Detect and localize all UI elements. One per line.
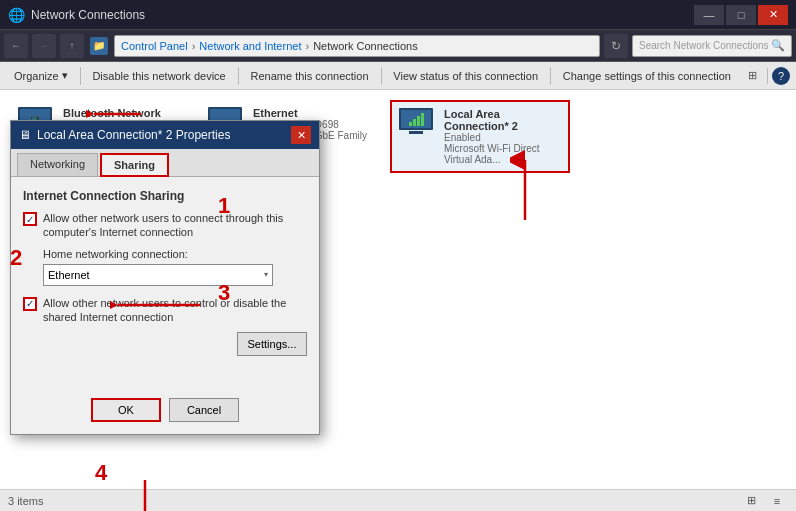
toolbar: Organize ▾ Disable this network device R…	[0, 62, 796, 90]
main-content: 📺 ✕ Bluetooth Network Connection Not con…	[0, 90, 796, 489]
status-view-btn-2[interactable]: ≡	[766, 490, 788, 512]
toolbar-separator	[80, 67, 81, 85]
local-stand	[409, 131, 423, 134]
toolbar-separator-4	[550, 67, 551, 85]
location-icon: 📁	[90, 37, 108, 55]
ok-button[interactable]: OK	[91, 398, 161, 422]
app-icon: 🌐	[8, 7, 25, 23]
search-box[interactable]: Search Network Connections 🔍	[632, 35, 792, 57]
back-button[interactable]: ←	[4, 34, 28, 58]
view-status-button[interactable]: View status of this connection	[385, 65, 546, 87]
forward-button[interactable]: →	[32, 34, 56, 58]
dialog-tabs: Networking Sharing	[11, 149, 319, 177]
refresh-area: ↻	[604, 34, 628, 58]
home-network-value: Ethernet	[48, 269, 90, 281]
local-area-name: Local Area Connection* 2	[444, 108, 562, 132]
ethernet-name: Ethernet	[253, 107, 373, 119]
maximize-button[interactable]: □	[726, 5, 756, 25]
breadcrumb-network-connections[interactable]: Network Connections	[313, 40, 418, 52]
search-placeholder: Search Network Connections	[639, 40, 769, 51]
tab-sharing[interactable]: Sharing	[100, 153, 169, 177]
dialog-bottom: OK Cancel	[11, 368, 319, 434]
home-network-label: Home networking connection:	[43, 248, 307, 260]
allow-sharing-checkbox[interactable]	[23, 212, 37, 226]
address-bar: ← → ↑ 📁 Control Panel › Network and Inte…	[0, 30, 796, 62]
checkbox-row-1: Allow other network users to connect thr…	[23, 211, 307, 240]
minimize-button[interactable]: —	[694, 5, 724, 25]
breadcrumb-sep2: ›	[305, 40, 309, 52]
properties-dialog: 🖥 Local Area Connection* 2 Properties ✕ …	[10, 120, 320, 435]
organize-button[interactable]: Organize ▾	[6, 65, 76, 87]
allow-control-checkbox[interactable]	[23, 297, 37, 311]
tab-networking[interactable]: Networking	[17, 153, 98, 176]
section-header: Internet Connection Sharing	[23, 189, 307, 203]
toolbar-separator-3	[381, 67, 382, 85]
items-count: 3 items	[8, 495, 43, 507]
home-network-section: Home networking connection: Ethernet ▾	[43, 248, 307, 286]
search-icon: 🔍	[771, 39, 785, 52]
change-settings-button[interactable]: Change settings of this connection	[555, 65, 739, 87]
title-bar: 🌐 Network Connections — □ ✕	[0, 0, 796, 30]
dialog-title: Local Area Connection* 2 Properties	[37, 128, 285, 142]
organize-arrow-icon: ▾	[62, 69, 68, 82]
view-options-button[interactable]: ⊞	[741, 65, 763, 87]
rename-connection-button[interactable]: Rename this connection	[243, 65, 377, 87]
toolbar-right: ⊞ ?	[741, 65, 790, 87]
disable-device-button[interactable]: Disable this network device	[84, 65, 233, 87]
status-right: ⊞ ≡	[740, 490, 788, 512]
dialog-titlebar: 🖥 Local Area Connection* 2 Properties ✕	[11, 121, 319, 149]
local-area-screen	[399, 108, 433, 130]
refresh-button[interactable]: ↻	[604, 34, 628, 58]
breadcrumb-sep1: ›	[192, 40, 196, 52]
dialog-icon: 🖥	[19, 128, 31, 142]
breadcrumb-control-panel[interactable]: Control Panel	[121, 40, 188, 52]
local-area-info: Local Area Connection* 2 Enabled Microso…	[444, 108, 562, 165]
toolbar-sep-right	[767, 68, 768, 84]
local-area-monitor-icon	[398, 108, 434, 138]
settings-button[interactable]: Settings...	[237, 332, 307, 356]
settings-row: Settings...	[23, 332, 307, 356]
close-button[interactable]: ✕	[758, 5, 788, 25]
window-title: Network Connections	[31, 8, 694, 22]
checkbox-row-2: Allow other network users to control or …	[23, 296, 307, 325]
annotation-4: 4	[95, 460, 107, 486]
breadcrumb-network-internet[interactable]: Network and Internet	[199, 40, 301, 52]
status-bar: 3 items ⊞ ≡	[0, 489, 796, 511]
local-area-status: Enabled	[444, 132, 562, 143]
status-view-btn-1[interactable]: ⊞	[740, 490, 762, 512]
toolbar-separator-2	[238, 67, 239, 85]
up-button[interactable]: ↑	[60, 34, 84, 58]
dialog-content: Internet Connection Sharing Allow other …	[11, 177, 319, 368]
select-arrow-icon: ▾	[264, 270, 268, 279]
local-area-desc: Microsoft Wi-Fi Direct Virtual Ada...	[444, 143, 562, 165]
connection-local-area[interactable]: Local Area Connection* 2 Enabled Microso…	[390, 100, 570, 173]
wifi-bars-icon	[409, 112, 424, 126]
local-area-icon-container	[398, 108, 438, 140]
cancel-button[interactable]: Cancel	[169, 398, 239, 422]
section-title-text: Internet Connection Sharing	[23, 189, 184, 203]
home-network-select[interactable]: Ethernet ▾	[43, 264, 273, 286]
help-button[interactable]: ?	[772, 67, 790, 85]
allow-control-label: Allow other network users to control or …	[43, 296, 307, 325]
dialog-close-button[interactable]: ✕	[291, 126, 311, 144]
breadcrumb[interactable]: Control Panel › Network and Internet › N…	[114, 35, 600, 57]
allow-sharing-label: Allow other network users to connect thr…	[43, 211, 307, 240]
